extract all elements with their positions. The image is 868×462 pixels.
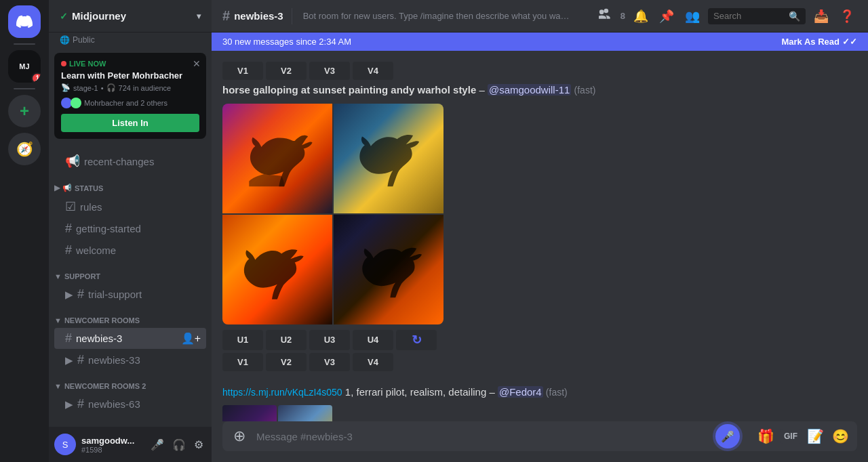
u1-button[interactable]: U1 xyxy=(222,330,263,350)
notification-bell-icon[interactable]: 🔔 xyxy=(631,6,651,26)
top-version-buttons: V1 V2 V3 V4 xyxy=(222,62,857,80)
hash-icon-2: # xyxy=(65,243,72,257)
category-newcomer-rooms[interactable]: ▼ NEWCOMER ROOMS xyxy=(49,306,212,327)
messages-area[interactable]: V1 V2 V3 V4 horse galloping at sunset pa… xyxy=(212,51,868,421)
message-input-area: ⊕ 🎤 🎁 GIF 📝 😊 xyxy=(212,421,868,462)
u2-button[interactable]: U2 xyxy=(266,330,307,350)
message-prompt-1: horse galloping at sunset painting andy … xyxy=(222,83,857,98)
speed-badge-1: (fast) xyxy=(574,85,596,96)
members-list-icon[interactable]: 👥 xyxy=(682,6,703,26)
new-messages-banner[interactable]: 30 new messages since 2:34 AM Mark As Re… xyxy=(212,33,868,51)
server-name: Midjourney xyxy=(72,10,126,22)
mention-2: @Fedor4 xyxy=(498,386,543,398)
channel-item-newbies-63[interactable]: ▶ # newbies-63 xyxy=(54,394,206,415)
notification-badge: 1 xyxy=(31,72,41,83)
category-newcomer-rooms-2[interactable]: ▼ NEWCOMER ROOMS 2 xyxy=(49,371,212,393)
channels-list: 📢 recent-changes ▶ 📢 status ☑ rules # ge… xyxy=(49,144,212,427)
separator: – xyxy=(479,84,488,96)
user-controls: 🎤 🎧 ⚙ xyxy=(148,436,206,454)
v3-top-button[interactable]: V3 xyxy=(309,62,350,80)
gift-button[interactable]: 🎁 xyxy=(755,425,777,447)
microphone-button[interactable]: 🎤 xyxy=(148,436,167,454)
verified-icon: ✓ xyxy=(60,11,68,22)
inbox-icon[interactable]: 📥 xyxy=(811,6,831,26)
u3-button[interactable]: U3 xyxy=(309,330,350,350)
horse-image-4 xyxy=(334,215,443,324)
close-banner-button[interactable]: ✕ xyxy=(193,58,201,69)
sticker-button[interactable]: 📝 xyxy=(804,425,827,447)
pinned-icon[interactable]: 📌 xyxy=(656,6,677,26)
channel-name: recent-changes xyxy=(84,156,154,167)
add-member-icon: 👤+ xyxy=(181,332,201,345)
v1-button[interactable]: V1 xyxy=(222,353,263,371)
chevron-down-icon: ▾ xyxy=(197,12,201,21)
v2-top-button[interactable]: V2 xyxy=(266,62,307,80)
search-icon: 🔍 xyxy=(789,11,800,22)
emoji-button[interactable]: 😊 xyxy=(829,425,852,447)
live-now-name: Learn with Peter Mohrbacher xyxy=(61,70,199,81)
live-now-banner: ✕ LIVE NOW Learn with Peter Mohrbacher 📡… xyxy=(54,53,206,139)
hash-icon-4: # xyxy=(65,331,72,345)
public-badge: 🌐 Public xyxy=(49,33,212,47)
mark-as-read-button[interactable]: Mark As Read ✓✓ xyxy=(782,37,858,47)
channel-item-newbies-33[interactable]: ▶ # newbies-33 xyxy=(54,350,206,371)
version-buttons: V1 V2 V3 V4 xyxy=(222,353,857,371)
midjourney-server-icon[interactable]: MJ 1 xyxy=(8,50,41,83)
search-input[interactable] xyxy=(713,11,789,21)
main-content: # newbies-3 Bot room for new users. Type… xyxy=(212,0,868,462)
user-avatar: S xyxy=(54,434,76,455)
discovery-button[interactable]: 🧭 xyxy=(8,133,41,165)
channel-item-newbies-3[interactable]: # newbies-3 👤+ xyxy=(54,328,206,349)
live-now-title: LIVE NOW xyxy=(61,60,199,68)
channel-hash-icon: # xyxy=(222,8,230,24)
attach-button[interactable]: ⊕ xyxy=(228,422,251,450)
v4-button[interactable]: V4 xyxy=(353,353,393,371)
hash-icon: # xyxy=(65,222,72,236)
channel-item-rules[interactable]: ☑ rules xyxy=(54,196,206,217)
voice-indicator[interactable]: 🎤 xyxy=(715,424,740,448)
channel-item-recent-changes[interactable]: 📢 recent-changes xyxy=(54,150,206,172)
live-dot xyxy=(61,61,66,66)
message-url[interactable]: https://s.mj.run/vKqLzI4s050 xyxy=(222,387,342,398)
message-prompt-2: https://s.mj.run/vKqLzI4s050 1, ferrari … xyxy=(222,385,857,400)
chevron-right-icon-2: ▶ xyxy=(65,289,73,301)
thumbnail-2 xyxy=(278,405,332,421)
category-status[interactable]: ▶ 📢 status xyxy=(49,173,212,195)
chevron-right-icon-3: ▶ xyxy=(65,354,73,366)
listen-in-button[interactable]: Listen In xyxy=(61,114,199,132)
v1-top-button[interactable]: V1 xyxy=(222,62,263,80)
channel-item-welcome[interactable]: # welcome xyxy=(54,240,206,261)
settings-button[interactable]: ⚙ xyxy=(191,436,206,454)
add-server-button[interactable]: + xyxy=(8,95,41,127)
server-divider xyxy=(14,43,35,45)
gif-button[interactable]: GIF xyxy=(780,429,802,444)
horse-image-1 xyxy=(222,104,332,213)
help-icon[interactable]: ❓ xyxy=(837,6,857,26)
category-support[interactable]: ▼ SUPPORT xyxy=(49,261,212,283)
horse-image-3 xyxy=(222,215,332,324)
channel-item-trial-support[interactable]: ▶ # trial-support xyxy=(54,284,206,305)
message-input[interactable] xyxy=(251,424,725,449)
mention-1: @samgoodwill-11 xyxy=(488,84,571,96)
v4-top-button[interactable]: V4 xyxy=(353,62,393,80)
user-info: samgoodw... #1598 xyxy=(81,436,142,454)
headphones-button[interactable]: 🎧 xyxy=(170,436,189,454)
refresh-button[interactable]: ↻ xyxy=(396,330,437,350)
search-box: 🔍 xyxy=(708,8,806,24)
members-icon[interactable] xyxy=(596,5,615,27)
thumbnail-row xyxy=(222,405,857,421)
chevron-right-icon-4: ▶ xyxy=(65,398,73,411)
v3-button[interactable]: V3 xyxy=(309,353,350,371)
message-block-1: V1 V2 V3 V4 horse galloping at sunset pa… xyxy=(212,56,868,379)
u4-button[interactable]: U4 xyxy=(353,330,393,350)
header-actions: 8 🔔 📌 👥 🔍 📥 ❓ xyxy=(596,5,857,27)
server-header[interactable]: ✓ Midjourney ▾ xyxy=(49,0,212,33)
discord-home-icon[interactable] xyxy=(8,5,41,38)
double-check-icon: ✓✓ xyxy=(842,37,857,47)
user-discriminator: #1598 xyxy=(81,446,142,454)
thumbnail-1 xyxy=(222,405,277,421)
v2-button[interactable]: V2 xyxy=(266,353,307,371)
username: samgoodw... xyxy=(81,436,142,446)
channel-item-getting-started[interactable]: # getting-started xyxy=(54,218,206,239)
chevron-right-icon: ▶ xyxy=(54,184,60,192)
